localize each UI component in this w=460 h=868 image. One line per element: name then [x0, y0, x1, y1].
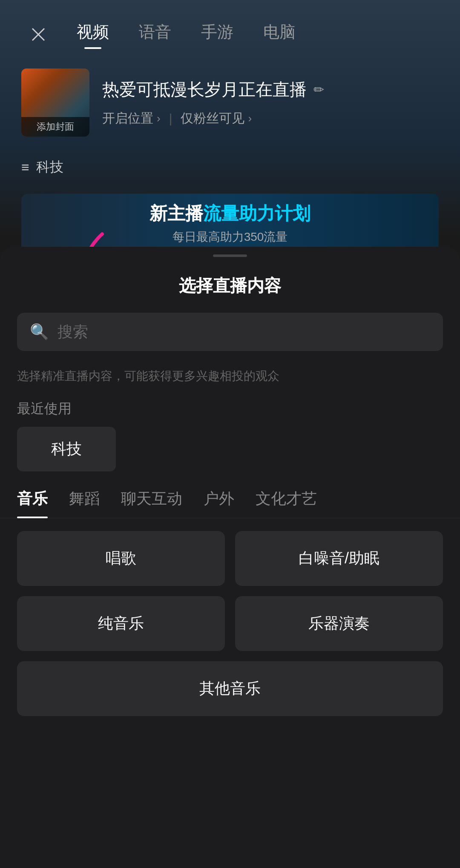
cat-tab-chat[interactable]: 聊天互动	[121, 488, 182, 518]
visibility-chevron: ›	[248, 112, 252, 125]
category-bar[interactable]: ≡ 科技	[0, 149, 460, 185]
cover-label: 添加封面	[21, 117, 89, 137]
content-item-instrumental[interactable]: 纯音乐	[17, 596, 225, 651]
banner-title: 新主播流量助力计划	[150, 202, 310, 226]
content-item-instrument[interactable]: 乐器演奏	[235, 596, 443, 651]
banner-title-normal: 新主播	[150, 203, 203, 223]
bottom-sheet: 选择直播内容 🔍 选择精准直播内容，可能获得更多兴趣相投的观众 最近使用 科技 …	[0, 247, 460, 868]
content-item-whitenoise[interactable]: 白噪音/助眠	[235, 531, 443, 586]
live-title-text: 热爱可抵漫长岁月正在直播	[102, 78, 307, 101]
location-chevron: ›	[157, 112, 161, 125]
content-item-singing[interactable]: 唱歌	[17, 531, 225, 586]
close-button[interactable]	[26, 22, 51, 47]
location-item[interactable]: 开启位置 ›	[102, 110, 161, 127]
cat-tab-outdoor[interactable]: 户外	[204, 488, 234, 518]
meta-divider: |	[169, 111, 172, 126]
recent-tags: 科技	[0, 427, 460, 488]
content-grid: 唱歌 白噪音/助眠 纯音乐 乐器演奏 其他音乐	[0, 518, 460, 729]
live-info: 添加封面 热爱可抵漫长岁月正在直播 ✏ 开启位置 › | 仅粉丝可见 ›	[0, 56, 460, 149]
search-input[interactable]	[58, 323, 430, 341]
search-box: 🔍	[17, 313, 443, 351]
recent-tag-keji[interactable]: 科技	[17, 427, 116, 471]
live-meta: 开启位置 › | 仅粉丝可见 ›	[102, 110, 439, 127]
location-text: 开启位置	[102, 110, 153, 127]
sheet-title: 选择直播内容	[0, 257, 460, 313]
banner-subtitle: 每日最高助力350流量	[150, 229, 310, 245]
cat-tab-dance[interactable]: 舞蹈	[69, 488, 100, 518]
top-nav: 视频 语音 手游 电脑	[0, 0, 460, 56]
edit-icon[interactable]: ✏	[313, 82, 324, 97]
category-text: 科技	[36, 158, 63, 177]
live-title: 热爱可抵漫长岁月正在直播 ✏	[102, 78, 439, 101]
category-tabs: 音乐 舞蹈 聊天互动 户外 文化才艺	[0, 488, 460, 518]
search-container: 🔍	[0, 313, 460, 361]
visibility-text: 仅粉丝可见	[181, 110, 244, 127]
cat-tab-culture[interactable]: 文化才艺	[256, 488, 317, 518]
visibility-item[interactable]: 仅粉丝可见 ›	[181, 110, 252, 127]
cover-thumbnail[interactable]: 添加封面	[21, 69, 89, 137]
tab-mobile-game[interactable]: 手游	[201, 21, 233, 47]
tab-voice[interactable]: 语音	[139, 21, 171, 47]
search-icon: 🔍	[30, 323, 49, 341]
category-icon: ≡	[21, 160, 29, 175]
content-item-other-music[interactable]: 其他音乐	[17, 661, 443, 716]
live-details: 热爱可抵漫长岁月正在直播 ✏ 开启位置 › | 仅粉丝可见 ›	[102, 78, 439, 127]
banner-content: 新主播流量助力计划 每日最高助力350流量	[150, 202, 310, 245]
recent-label: 最近使用	[0, 400, 460, 427]
search-hint: 选择精准直播内容，可能获得更多兴趣相投的观众	[0, 361, 460, 400]
tab-video[interactable]: 视频	[77, 21, 109, 47]
nav-tabs: 视频 语音 手游 电脑	[77, 21, 434, 47]
tab-pc[interactable]: 电脑	[263, 21, 296, 47]
banner-title-highlight: 流量助力计划	[203, 203, 310, 223]
cat-tab-music[interactable]: 音乐	[17, 488, 48, 518]
